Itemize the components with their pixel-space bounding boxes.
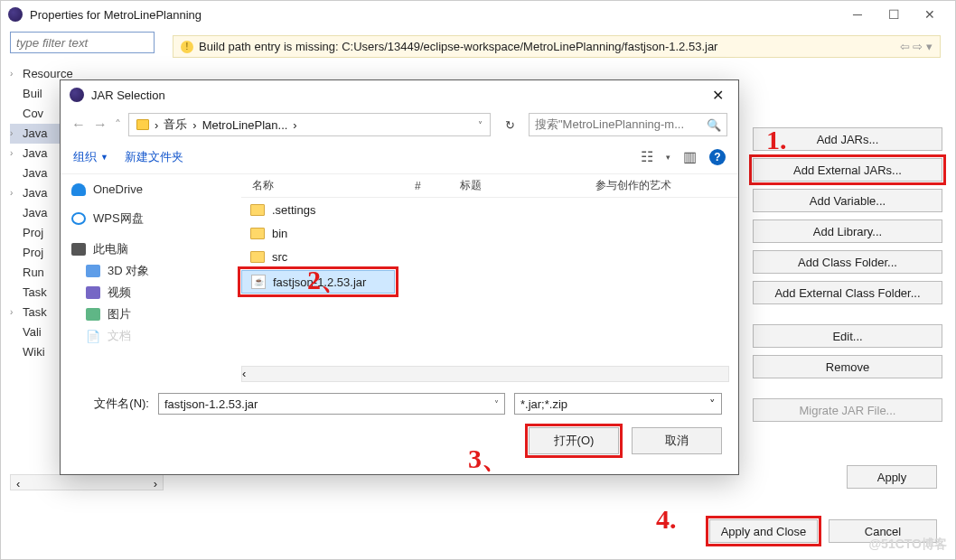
tree-item[interactable]: Buil (23, 84, 42, 104)
add-external-jars-button[interactable]: Add External JARs... (753, 158, 942, 182)
watermark: @51CTO博客 (868, 537, 947, 553)
search-placeholder: 搜索"MetroLinePlanning-m... (535, 117, 684, 133)
open-button[interactable]: 打开(O) (529, 427, 619, 454)
tree-item[interactable]: Task (23, 283, 47, 303)
nav-images[interactable]: 图片 (108, 306, 131, 322)
tree-item[interactable]: Java (23, 183, 47, 203)
col-title[interactable]: 标题 (449, 178, 585, 193)
h-scrollbar[interactable]: ‹ (241, 366, 729, 382)
tree-item[interactable]: Vali (23, 322, 42, 342)
nav-wps[interactable]: WPS网盘 (93, 210, 144, 227)
tree-item[interactable]: Java (23, 163, 47, 183)
add-external-class-folder-button[interactable]: Add External Class Folder... (753, 281, 942, 304)
close-button[interactable]: ✕ (912, 1, 948, 28)
build-path-buttons: Add JARs... Add External JARs... Add Var… (753, 127, 942, 422)
nav-onedrive[interactable]: OneDrive (93, 182, 143, 196)
filter-input[interactable] (10, 32, 155, 53)
fd-titlebar: JAR Selection ✕ (61, 80, 738, 109)
nav-documents[interactable]: 文档 (108, 328, 131, 344)
crumb-music[interactable]: 音乐 (164, 117, 187, 133)
window-title: Properties for MetroLinePlanning (30, 8, 202, 22)
wps-icon (71, 212, 86, 225)
warning-text: Build path entry is missing: C:Users/134… (199, 40, 717, 53)
col-num[interactable]: # (404, 180, 449, 192)
fd-title-text: JAR Selection (91, 89, 165, 102)
folder-icon (136, 119, 149, 130)
organize-button[interactable]: 组织▼ (73, 149, 108, 165)
nav-pc[interactable]: 此电脑 (93, 241, 128, 257)
tree-item[interactable]: Proj (23, 243, 43, 263)
add-jars-button[interactable]: Add JARs... (753, 127, 942, 151)
file-item[interactable]: .settings (241, 198, 738, 221)
tree-item[interactable]: Java (23, 124, 47, 144)
tree-scrollbar[interactable]: ‹› (10, 474, 164, 490)
col-artist[interactable]: 参与创作的艺术 (585, 178, 682, 193)
video-icon (86, 286, 100, 299)
refresh-button[interactable]: ↻ (498, 113, 521, 136)
back-button[interactable]: ← (71, 117, 86, 133)
nav-arrows[interactable]: ⇦ ⇨ ▾ (900, 40, 933, 53)
add-variable-button[interactable]: Add Variable... (753, 189, 942, 212)
onedrive-icon (71, 183, 86, 196)
nav-video[interactable]: 视频 (108, 285, 131, 301)
jar-icon: ☕ (251, 275, 266, 289)
migrate-jar-button: Migrate JAR File... (753, 398, 942, 422)
filename-input[interactable]: fastjson-1.2.53.jar˅ (158, 393, 505, 415)
fd-bottom-panel: 文件名(N): fastjson-1.2.53.jar˅ *.jar;*.zip… (61, 382, 738, 467)
up-button[interactable]: ˄ (115, 117, 121, 132)
new-folder-button[interactable]: 新建文件夹 (125, 149, 183, 165)
filetype-select[interactable]: *.jar;*.zip˅ (514, 393, 722, 415)
3d-icon (86, 265, 100, 277)
crumb-project[interactable]: MetroLinePlan... (202, 118, 288, 132)
apply-wrap: Apply (847, 465, 937, 489)
maximize-button[interactable]: ☐ (876, 1, 912, 28)
tree-item[interactable]: Java (23, 144, 47, 163)
fd-close-button[interactable]: ✕ (707, 87, 729, 104)
warning-bar: ! Build path entry is missing: C:Users/1… (173, 35, 941, 58)
tree-item[interactable]: Proj (23, 223, 43, 243)
preview-pane-icon[interactable]: ▥ (683, 148, 697, 165)
fd-cancel-button[interactable]: 取消 (632, 427, 722, 454)
tree-item[interactable]: Task (23, 303, 47, 322)
fd-sidebar[interactable]: OneDrive WPS网盘 此电脑 3D 对象 视频 图片 📄文档 (61, 174, 241, 382)
tree-item[interactable]: Run (23, 263, 44, 283)
warning-icon: ! (181, 41, 193, 53)
fd-toolbar: 组织▼ 新建文件夹 ☷▾ ▥ ? (61, 140, 738, 174)
image-icon (86, 308, 100, 321)
file-dialog: JAR Selection ✕ ← → ˄ › 音乐 › MetroLinePl… (60, 79, 739, 475)
view-list-icon[interactable]: ☷ (641, 148, 653, 165)
tree-item[interactable]: Java (23, 203, 47, 223)
file-item-selected[interactable]: ☕fastjson-1.2.53.jar (241, 270, 395, 294)
file-item[interactable]: src (241, 245, 738, 268)
doc-icon: 📄 (86, 330, 100, 343)
forward-button: → (93, 117, 108, 133)
add-class-folder-button[interactable]: Add Class Folder... (753, 250, 942, 274)
folder-icon (250, 228, 265, 239)
breadcrumb[interactable]: › 音乐 › MetroLinePlan... › ˅ (128, 113, 491, 136)
pc-icon (71, 243, 86, 256)
tree-item[interactable]: Wiki (23, 342, 45, 362)
search-input[interactable]: 搜索"MetroLinePlanning-m... 🔍 (529, 113, 727, 136)
window-controls: ─ ☐ ✕ (839, 1, 948, 28)
apply-and-close-button[interactable]: Apply and Close (709, 519, 818, 543)
file-list-panel: 名称 # 标题 参与创作的艺术 .settings bin src ☕fastj… (241, 174, 738, 382)
column-headers[interactable]: 名称 # 标题 参与创作的艺术 (241, 174, 738, 198)
col-name[interactable]: 名称 (241, 178, 404, 193)
remove-button[interactable]: Remove (753, 355, 942, 378)
add-library-button[interactable]: Add Library... (753, 219, 942, 243)
eclipse-icon (70, 88, 84, 102)
edit-button[interactable]: Edit... (753, 324, 942, 348)
folder-icon (250, 204, 265, 216)
filename-label: 文件名(N): (77, 396, 149, 412)
titlebar: Properties for MetroLinePlanning ─ ☐ ✕ (1, 1, 955, 28)
tree-item[interactable]: Cov (23, 104, 43, 124)
minimize-button[interactable]: ─ (839, 1, 876, 28)
nav-3d[interactable]: 3D 对象 (108, 263, 149, 279)
eclipse-icon (8, 7, 23, 22)
folder-icon (250, 251, 265, 263)
apply-button[interactable]: Apply (847, 465, 937, 489)
file-item[interactable]: bin (241, 221, 738, 245)
fd-navbar: ← → ˄ › 音乐 › MetroLinePlan... › ˅ ↻ 搜索"M… (61, 109, 738, 140)
help-icon[interactable]: ? (709, 149, 726, 165)
search-icon: 🔍 (707, 118, 721, 132)
